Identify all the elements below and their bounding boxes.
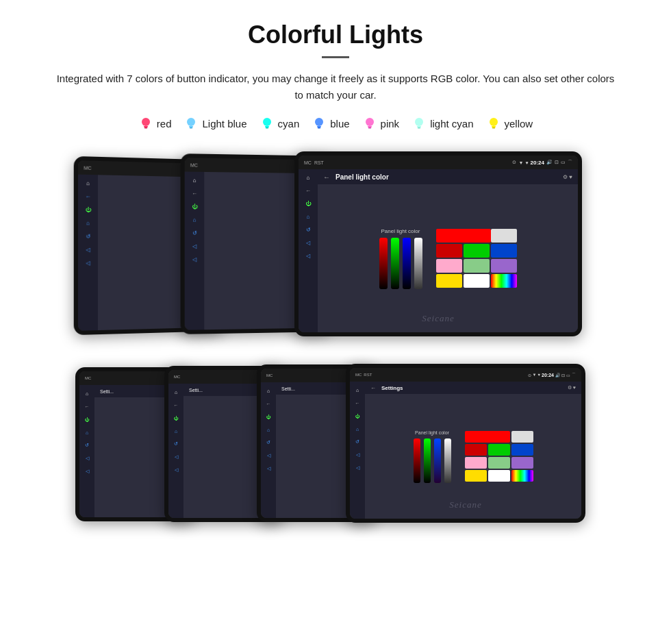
power-b3: ⏻ [263, 411, 274, 422]
svg-rect-4 [189, 126, 193, 127]
cell-purple[interactable] [491, 259, 517, 273]
color-item-pink: pink [362, 116, 400, 131]
home2-nav-icon-3: ⌂ [303, 211, 314, 222]
cell-white2-b4[interactable] [488, 470, 510, 482]
cell-white-top[interactable] [491, 229, 517, 243]
home-nav-icon-2: ⌂ [189, 175, 200, 186]
color-item-cyan: cyan [259, 116, 300, 131]
home-b3: ⌂ [263, 385, 274, 396]
cell-lgreen[interactable] [464, 259, 490, 273]
cell-pink[interactable] [436, 259, 462, 273]
device-top-3: MC RST ⊙▼♥ 20:24 🔊⊡▭⌒ ⌂ ← ⏻ [294, 151, 582, 336]
vol-nav-icon: ◁ [82, 244, 94, 255]
back2-b3: ↺ [263, 437, 274, 448]
page-container: Colorful Lights Integrated with 7 colors… [0, 0, 671, 556]
back-button-b4[interactable]: ← [370, 385, 376, 391]
color-panel-right-b4 [465, 431, 533, 482]
power-b4: ⏻ [352, 410, 363, 421]
home-b1: ⌂ [81, 388, 92, 399]
cell-white-top-b4[interactable] [511, 431, 533, 443]
cell-white2[interactable] [464, 274, 490, 288]
cell-yellow2[interactable] [436, 274, 462, 288]
back-nav-icon: ← [82, 190, 94, 202]
back-b4: ← [352, 397, 363, 408]
lightblue-bulb-icon [183, 116, 199, 131]
color-panel-left: Panel light color [379, 228, 422, 289]
color-item-blue: blue [312, 116, 349, 131]
panel-light-label-b4: Panel light color [414, 430, 451, 435]
svg-rect-17 [418, 127, 420, 129]
vol2-nav-icon-2: ◁ [189, 253, 200, 264]
color-label-red: red [157, 118, 172, 129]
svg-rect-10 [317, 126, 321, 127]
color-item-red: red [138, 116, 172, 131]
svg-rect-5 [190, 127, 192, 129]
cell-rainbow[interactable] [491, 274, 517, 288]
cell-blue-b4[interactable] [511, 444, 533, 456]
svg-rect-7 [265, 126, 269, 127]
top-device-stack: MC RST ⌂ ← ⏻ ⌂ ↺ ◁ ◁ [75, 151, 596, 343]
panel-light-label: Panel light color [379, 228, 422, 234]
back-b1: ← [81, 401, 92, 412]
cell-blue-cell[interactable] [491, 244, 517, 258]
vol2-b4: ◁ [352, 462, 363, 473]
color-grid-3 [436, 229, 517, 288]
app-bar-b4: ← Settings ⚙ ♥ [365, 382, 581, 394]
vol2-b2: ◁ [170, 465, 181, 475]
blue-slider[interactable] [403, 238, 411, 289]
color-sliders-3 [379, 238, 422, 289]
status-time-b4: 20:24 [542, 373, 554, 377]
cell-rainbow-b4[interactable] [511, 470, 533, 482]
left-nav-b3: ⌂ ← ⏻ ⌂ ↺ ◁ ◁ [261, 382, 276, 518]
color-item-yellow: yellow [486, 116, 533, 131]
blue-slider-b4[interactable] [434, 438, 441, 483]
white-slider[interactable] [414, 238, 422, 289]
cyan-bulb-icon [259, 116, 275, 131]
home-nav-icon-3: ⌂ [303, 172, 314, 183]
left-nav-b1: ⌂ ← ⏻ ⌂ ↺ ◁ ◁ [79, 385, 94, 517]
svg-point-0 [142, 118, 150, 126]
color-label-lightblue: Light blue [202, 118, 246, 129]
left-nav-b4: ⌂ ← ⏻ ⌂ ↺ ◁ ◁ [350, 382, 365, 519]
color-grid-b4 [465, 431, 533, 482]
svg-point-15 [415, 118, 423, 126]
cell-red2-b4[interactable] [465, 444, 487, 456]
red-slider-b4[interactable] [414, 438, 420, 483]
cell-red2[interactable] [436, 244, 462, 258]
red-bulb-icon [138, 116, 153, 131]
back2-b2: ↺ [170, 438, 181, 449]
svg-point-9 [315, 118, 323, 126]
bottom-device-stack: MC RST ⌂ ← ⏻ ⌂ ↺ ◁ ◁ [75, 364, 596, 528]
main-area-b4: ← Settings ⚙ ♥ Panel light color [365, 382, 581, 519]
white-slider-b4[interactable] [444, 438, 451, 483]
power-nav-icon-3: ⏻ [303, 198, 314, 209]
lightcyan-bulb-icon [412, 116, 427, 131]
cell-red[interactable] [436, 229, 491, 243]
panel-content-3: Panel light color [318, 184, 578, 332]
red-slider[interactable] [379, 238, 388, 289]
green-slider[interactable] [391, 238, 399, 289]
cell-green[interactable] [464, 244, 490, 258]
svg-rect-16 [417, 126, 421, 127]
cell-purple-b4[interactable] [511, 457, 533, 469]
back-button-3[interactable]: ← [323, 173, 330, 181]
cell-yellow-b4[interactable] [465, 470, 487, 482]
green-slider-b4[interactable] [424, 438, 431, 483]
svg-rect-20 [492, 127, 495, 129]
cell-green-b4[interactable] [488, 444, 510, 456]
color-indicators-row: red Light blue cyan blue [27, 116, 644, 131]
home2-nav-icon-2: ⌂ [189, 214, 200, 225]
cell-pink-b4[interactable] [465, 457, 487, 469]
vol2-b3: ◁ [263, 463, 274, 474]
back-b3: ← [263, 398, 274, 409]
pink-bulb-icon [362, 116, 377, 131]
left-nav-2: ⌂ ← ⏻ ⌂ ↺ ◁ ◁ [185, 172, 205, 330]
cell-lgreen-b4[interactable] [488, 457, 510, 469]
status-bar-3: MC RST ⊙▼♥ 20:24 🔊⊡▭⌒ [299, 156, 578, 169]
home2-b4: ⌂ [352, 423, 363, 434]
color-label-pink: pink [381, 118, 400, 129]
cell-red-b4[interactable] [465, 431, 510, 443]
home2-nav-icon: ⌂ [82, 217, 94, 228]
color-label-lightcyan: light cyan [430, 118, 473, 129]
svg-rect-8 [266, 127, 268, 129]
